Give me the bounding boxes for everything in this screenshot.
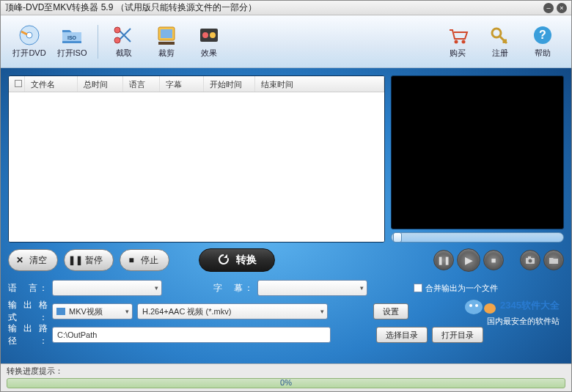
clear-button[interactable]: ✕ 清空 [8, 249, 58, 271]
svg-point-12 [462, 40, 466, 44]
app-window: 顶峰-DVD至MKV转换器 5.9 （试用版只能转换源文件的一部分） – × 打… [0, 0, 572, 392]
settings-area: 语 言： 字 幕： 合并输出为一个文件 输出格式： MKV视频 [8, 279, 564, 344]
output-path-input[interactable]: C:\OutPath [52, 327, 331, 343]
stop-button[interactable]: ■ 停止 [120, 249, 169, 271]
buy-button[interactable]: 购买 [436, 20, 479, 64]
subtitle-label: 字 幕： [213, 282, 253, 295]
svg-point-9 [202, 32, 208, 38]
close-button[interactable]: × [557, 3, 567, 13]
dvd-disc-icon [17, 24, 42, 46]
file-list-panel: 文件名 总时间 语言 字幕 开始时间 结束时间 [8, 75, 385, 243]
col-language[interactable]: 语言 [123, 76, 160, 92]
effect-label: 效果 [201, 48, 217, 59]
help-icon: ? [530, 24, 555, 46]
crop-label: 裁剪 [158, 48, 175, 59]
register-button[interactable]: 注册 [479, 20, 521, 64]
refresh-icon [217, 253, 230, 268]
action-bar: ✕ 清空 ❚❚ 暂停 ■ 停止 转换 ❚❚ ▶ ■ [8, 248, 564, 272]
crop-frame-icon [154, 24, 179, 46]
clear-label: 清空 [29, 254, 47, 267]
video-preview[interactable] [391, 75, 564, 229]
key-icon [488, 24, 513, 46]
checkbox-icon [414, 284, 422, 292]
toolbar-separator [98, 25, 98, 59]
file-list-body[interactable] [9, 92, 384, 242]
svg-rect-7 [158, 42, 175, 45]
snapshot-button[interactable] [520, 250, 540, 270]
media-stop-button[interactable]: ■ [483, 250, 504, 270]
svg-point-4 [114, 37, 120, 43]
svg-text:?: ? [539, 29, 546, 41]
svg-rect-18 [528, 256, 531, 259]
media-controls: ❚❚ ▶ ■ [433, 248, 564, 272]
seek-thumb[interactable] [393, 232, 402, 243]
col-duration[interactable]: 总时间 [78, 76, 123, 92]
svg-point-11 [455, 40, 458, 44]
col-end[interactable]: 结束时间 [255, 76, 384, 92]
path-label: 输出路径： [8, 322, 48, 347]
col-checkbox[interactable] [9, 76, 25, 92]
stop-icon: ■ [126, 255, 136, 265]
merge-checkbox[interactable]: 合并输出为一个文件 [414, 283, 498, 294]
trim-label: 截取 [116, 48, 132, 59]
codec-value: H.264+AAC 视频 (*.mkv) [142, 306, 231, 317]
language-select[interactable] [52, 280, 162, 296]
select-dir-button[interactable]: 选择目录 [376, 327, 428, 343]
pause-button[interactable]: ❚❚ 暂停 [64, 249, 114, 271]
col-start[interactable]: 开始时间 [204, 76, 255, 92]
col-subtitle[interactable]: 字幕 [160, 76, 204, 92]
svg-point-1 [26, 32, 32, 38]
progress-percent: 0% [7, 378, 565, 387]
film-effect-icon [197, 24, 221, 46]
format-select[interactable]: MKV视频 [52, 303, 133, 319]
svg-text:ISO: ISO [67, 35, 77, 40]
convert-button[interactable]: 转换 [199, 248, 275, 272]
main-toolbar: 打开DVD ISO 打开ISO 截取 裁剪 效果 [1, 15, 571, 68]
media-pause-button[interactable]: ❚❚ [433, 250, 454, 270]
path-value: C:\OutPath [57, 330, 97, 339]
help-label: 帮助 [535, 48, 551, 59]
seek-slider[interactable] [391, 232, 564, 243]
open-dir-button[interactable]: 打开目录 [432, 327, 483, 343]
svg-point-10 [210, 32, 216, 38]
svg-point-17 [529, 259, 532, 263]
progress-footer: 转换进度提示： 0% [1, 363, 571, 391]
pause-icon: ❚❚ [70, 255, 81, 265]
pause-label: 暂停 [85, 254, 103, 267]
clear-x-icon: ✕ [15, 255, 25, 265]
window-title: 顶峰-DVD至MKV转换器 5.9 （试用版只能转换源文件的一部分） [5, 1, 543, 14]
format-label: 输出格式： [8, 299, 48, 324]
crop-button[interactable]: 裁剪 [145, 20, 188, 64]
media-play-button[interactable]: ▶ [457, 248, 480, 272]
help-button[interactable]: ? 帮助 [521, 20, 564, 64]
register-label: 注册 [492, 48, 508, 59]
camera-icon [525, 256, 535, 265]
open-dvd-label: 打开DVD [12, 48, 45, 59]
open-iso-label: 打开ISO [57, 48, 87, 59]
title-bar: 顶峰-DVD至MKV转换器 5.9 （试用版只能转换源文件的一部分） – × [1, 1, 571, 15]
progress-bar: 0% [7, 378, 565, 388]
main-area: www.DuoTe.com 文件名 总时间 语言 字幕 开始时间 结束时间 [1, 68, 571, 363]
svg-rect-19 [56, 308, 65, 315]
folder-icon [549, 256, 559, 265]
subtitle-select[interactable] [257, 280, 367, 296]
cart-icon [445, 24, 470, 46]
col-filename[interactable]: 文件名 [25, 76, 78, 92]
codec-select[interactable]: H.264+AAC 视频 (*.mkv) [137, 303, 328, 319]
format-icon [56, 306, 66, 318]
open-dvd-button[interactable]: 打开DVD [8, 20, 51, 64]
merge-label: 合并输出为一个文件 [425, 283, 498, 294]
language-label: 语 言： [8, 282, 48, 295]
open-iso-button[interactable]: ISO 打开ISO [51, 20, 93, 64]
file-list-header: 文件名 总时间 语言 字幕 开始时间 结束时间 [9, 76, 384, 92]
effect-button[interactable]: 效果 [188, 20, 230, 64]
settings-button[interactable]: 设置 [373, 303, 408, 319]
stop-label: 停止 [141, 254, 158, 267]
progress-label: 转换进度提示： [7, 366, 63, 375]
minimize-button[interactable]: – [543, 3, 554, 13]
convert-label: 转换 [236, 254, 257, 267]
preview-panel [391, 75, 564, 243]
open-folder-button[interactable] [543, 250, 564, 270]
trim-button[interactable]: 截取 [103, 20, 145, 64]
format-value: MKV视频 [69, 306, 103, 317]
